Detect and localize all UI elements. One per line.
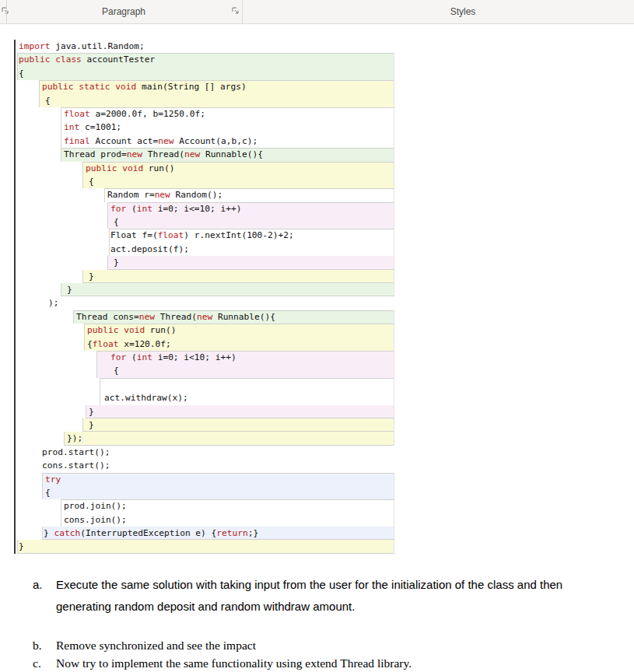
code-text: ( [126, 204, 136, 214]
code-text: a=2000.0f, b=1250.0f; [90, 109, 205, 119]
code-text: } [89, 420, 94, 430]
code-keyword: new [127, 149, 142, 159]
styles-group-label: Styles [243, 0, 634, 23]
paragraph-group-label: Paragraph [7, 0, 240, 23]
code-keyword: catch [54, 528, 80, 538]
code-line[interactable]: for (int i=0; i<=10; i++) [16, 202, 394, 215]
ribbon-strip: Paragraph Styles [0, 0, 634, 24]
code-block[interactable]: import java.util.Random;public class acc… [14, 40, 394, 554]
code-line[interactable]: public void run() [16, 324, 394, 337]
code-line[interactable]: } [16, 256, 394, 269]
code-line[interactable]: cons.start(); [16, 459, 394, 472]
code-line[interactable]: act.withdraw(x); [16, 391, 394, 404]
code-keyword: try [45, 474, 61, 485]
task-text: Now try to implement the same functional… [56, 654, 412, 672]
code-text: run() [145, 325, 176, 335]
code-text: act.withdraw(x); [104, 393, 188, 403]
code-line[interactable]: Float f=(float) r.nextInt(100-2)+2; [16, 229, 394, 242]
code-text: prod.join(); [64, 501, 127, 511]
code-text: { [45, 96, 51, 106]
code-line[interactable]: act.deposit(f); [16, 243, 394, 256]
code-text: { [89, 177, 94, 187]
code-line[interactable]: Thread prod=new Thread(new Runnable(){ [16, 148, 394, 161]
code-text: java.util.Random; [50, 41, 144, 51]
code-text: i=0; i<10; i++) [152, 352, 236, 362]
document-area[interactable]: import java.util.Random;public class acc… [0, 40, 634, 672]
code-line[interactable]: Random r=new Random(); [16, 188, 394, 201]
code-text: }); [67, 433, 82, 443]
code-line[interactable]: { [16, 67, 394, 80]
task-item-c[interactable]: c. Now try to implement the same functio… [33, 654, 634, 672]
code-line[interactable] [16, 378, 394, 391]
code-line[interactable]: import java.util.Random; [16, 40, 394, 53]
code-line[interactable]: prod.join(); [16, 499, 394, 513]
code-line[interactable]: prod.start(); [16, 446, 394, 459]
code-text: Runnable(){ [200, 149, 263, 159]
code-line[interactable]: {float x=120.0f; [16, 338, 394, 351]
code-line[interactable]: for (int i=0; i<10; i++) [16, 351, 394, 364]
code-line[interactable]: { [16, 94, 394, 107]
code-line[interactable]: final Account act=new Account(a,b,c); [16, 135, 394, 148]
code-line[interactable]: try [16, 473, 394, 486]
code-line[interactable]: cons.join(); [16, 513, 394, 527]
code-keyword: public [87, 325, 118, 335]
code-keyword: float [158, 230, 184, 240]
code-keyword: for [110, 204, 126, 214]
code-text: cons.start(); [42, 460, 110, 471]
code-keyword: float [64, 109, 90, 119]
code-keyword: public [19, 54, 50, 65]
code-keyword: import [19, 41, 50, 51]
code-keyword: int [137, 352, 152, 362]
paragraph-dialog-launcher-icon[interactable] [230, 6, 241, 17]
code-text: { [87, 339, 93, 349]
code-text: } [89, 271, 94, 282]
code-line[interactable]: float a=2000.0f, b=1250.0f; [16, 107, 394, 121]
code-keyword: return [216, 528, 247, 538]
code-line[interactable]: { [16, 175, 394, 188]
code-text: run() [143, 163, 174, 173]
code-keyword: final [64, 136, 90, 146]
code-keyword: static [79, 82, 110, 92]
code-line[interactable]: { [16, 486, 394, 499]
code-line[interactable]: public void run() [16, 162, 394, 175]
code-line[interactable]: } [16, 540, 394, 553]
task-label: b. [33, 636, 56, 654]
code-line[interactable]: public static void main(String [] args) [16, 80, 394, 93]
code-line[interactable]: int c=1001; [16, 121, 394, 134]
code-text: prod.start(); [42, 447, 110, 457]
code-line[interactable]: } [16, 405, 394, 418]
code-keyword: void [115, 82, 136, 92]
task-list: a. Execute the same solution with taking… [33, 574, 634, 672]
code-line[interactable]: { [16, 364, 394, 377]
code-line[interactable]: ); [16, 296, 394, 310]
task-text: Execute the same solution with taking in… [56, 574, 602, 618]
code-line[interactable]: { [16, 215, 394, 229]
task-item-b[interactable]: b. Remove synchronized and see the impac… [33, 636, 634, 654]
code-text: accountTester [82, 54, 155, 65]
code-keyword: public [86, 163, 117, 173]
code-text: } [114, 257, 119, 268]
code-text: main(String [] args) [136, 82, 246, 92]
code-text: (InterruptedException e) { [80, 528, 216, 538]
code-line[interactable]: } catch(InterruptedException e) {return;… [16, 527, 394, 540]
code-line[interactable]: } [16, 418, 394, 432]
code-text: x=120.0f; [118, 339, 170, 349]
code-line[interactable]: Thread cons=new Thread(new Runnable(){ [16, 310, 394, 324]
code-keyword: int [64, 122, 79, 132]
code-keyword: class [55, 54, 82, 65]
code-text: Thread prod= [64, 149, 127, 159]
code-line[interactable]: } [16, 270, 394, 283]
code-text: { [114, 366, 119, 376]
task-item-a[interactable]: a. Execute the same solution with taking… [33, 574, 634, 618]
code-keyword: new [139, 312, 155, 322]
dialog-launcher-glyph [231, 6, 240, 16]
code-keyword: int [137, 204, 152, 214]
code-line[interactable]: public class accountTester [16, 53, 394, 66]
code-text: { [45, 488, 51, 498]
code-text: Thread( [142, 149, 184, 159]
code-line[interactable]: } [16, 283, 394, 296]
code-text: Runnable(){ [212, 312, 275, 322]
code-text: } [19, 541, 24, 551]
code-line[interactable]: }); [16, 432, 394, 445]
code-text: cons.join(); [64, 515, 127, 525]
